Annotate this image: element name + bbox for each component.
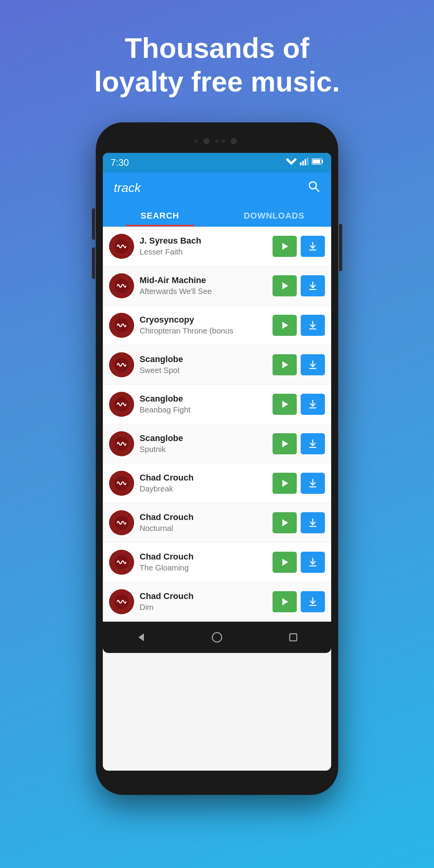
status-time: 7:30 [111,157,129,168]
svg-marker-26 [282,440,288,447]
track-info: Chad Crouch The Gloaming [140,552,267,572]
home-button[interactable] [209,629,225,645]
svg-rect-30 [309,486,316,488]
search-button[interactable] [308,180,320,196]
status-icons [286,157,323,168]
track-item: Mid-Air Machine Afterwards We'll See [103,266,331,306]
notch-dot [194,139,198,143]
svg-marker-11 [282,243,288,250]
track-actions [273,433,325,454]
track-info: Scanglobe Beanbag Fight [140,394,267,414]
tabs-bar: SEARCH DOWNLOADS [103,204,331,227]
track-artist: Scanglobe [140,433,267,443]
play-button[interactable] [273,394,297,415]
tab-search[interactable]: SEARCH [103,204,217,226]
status-bar: 7:30 [103,153,331,172]
track-song: Afterwards We'll See [140,287,267,296]
signal-icon [300,158,308,167]
svg-rect-15 [309,289,316,290]
track-actions [273,394,325,415]
hero-title: Thousands of loyalty free music. [84,31,350,99]
svg-line-9 [316,188,319,192]
download-button[interactable] [301,236,325,257]
volume-down-button [92,247,95,279]
volume-up-button [92,208,95,240]
sensor-dot [231,138,237,144]
play-button[interactable] [273,354,297,375]
svg-rect-24 [309,407,316,409]
track-actions [273,236,325,257]
svg-rect-2 [302,161,304,165]
play-button[interactable] [273,275,297,296]
download-button[interactable] [301,473,325,494]
svg-rect-1 [300,162,301,165]
play-button[interactable] [273,552,297,573]
track-song: Lesser Faith [140,247,267,256]
track-info: Mid-Air Machine Afterwards We'll See [140,275,267,296]
svg-rect-21 [309,368,316,369]
svg-point-41 [212,633,222,642]
play-button[interactable] [273,473,297,494]
svg-rect-12 [309,249,316,251]
play-button[interactable] [273,433,297,454]
track-item: Cryosyncopy Chiropteran Throne (bonus [103,306,331,345]
track-avatar [109,392,134,417]
battery-icon [312,158,323,167]
track-info: Chad Crouch Nocturnal [140,512,267,533]
play-button[interactable] [273,591,297,612]
track-artist: Mid-Air Machine [140,275,267,285]
track-item: Scanglobe Sputnik [103,424,331,464]
svg-marker-20 [282,361,288,368]
phone-frame: 7:30 [96,122,338,795]
track-avatar [109,431,134,456]
svg-rect-7 [312,160,320,163]
svg-marker-17 [282,322,288,329]
download-button[interactable] [301,354,325,375]
tab-downloads[interactable]: DOWNLOADS [217,204,331,226]
notch-dot [221,139,225,143]
track-item: J. Syreus Bach Lesser Faith [103,227,331,266]
recents-button[interactable] [285,629,301,645]
download-button[interactable] [301,591,325,612]
back-button[interactable] [133,629,149,645]
track-song: Sputnik [140,445,267,454]
play-button[interactable] [273,512,297,533]
nav-bar [103,622,331,653]
svg-rect-18 [309,328,316,330]
app-bar: track [103,172,331,204]
track-item: Chad Crouch Daybreak [103,464,331,503]
download-button[interactable] [301,512,325,533]
svg-marker-40 [138,633,144,641]
track-song: Nocturnal [140,524,267,533]
app-title: track [114,181,141,195]
download-button[interactable] [301,394,325,415]
play-button[interactable] [273,315,297,336]
track-info: Scanglobe Sputnik [140,433,267,454]
download-button[interactable] [301,552,325,573]
phone-mockup: 7:30 [96,122,338,795]
track-actions [273,315,325,336]
track-avatar [109,510,134,535]
track-avatar [109,313,134,338]
wifi-icon [286,157,297,168]
download-button[interactable] [301,315,325,336]
track-info: Cryosyncopy Chiropteran Throne (bonus [140,315,267,335]
track-avatar [109,550,134,575]
play-button[interactable] [273,236,297,257]
track-song: Sweet Spot [140,366,267,375]
svg-rect-39 [309,605,316,606]
svg-marker-38 [282,598,288,605]
track-item: Chad Crouch The Gloaming [103,543,331,582]
track-artist: Chad Crouch [140,591,267,601]
svg-marker-35 [282,559,288,566]
svg-rect-3 [305,159,306,165]
track-avatar [109,234,134,259]
phone-notch [103,129,331,153]
download-button[interactable] [301,275,325,296]
track-item: Scanglobe Sweet Spot [103,345,331,385]
svg-marker-14 [282,282,288,289]
track-artist: J. Syreus Bach [140,236,267,246]
track-info: Chad Crouch Dim [140,591,267,612]
track-artist: Cryosyncopy [140,315,267,325]
download-button[interactable] [301,433,325,454]
